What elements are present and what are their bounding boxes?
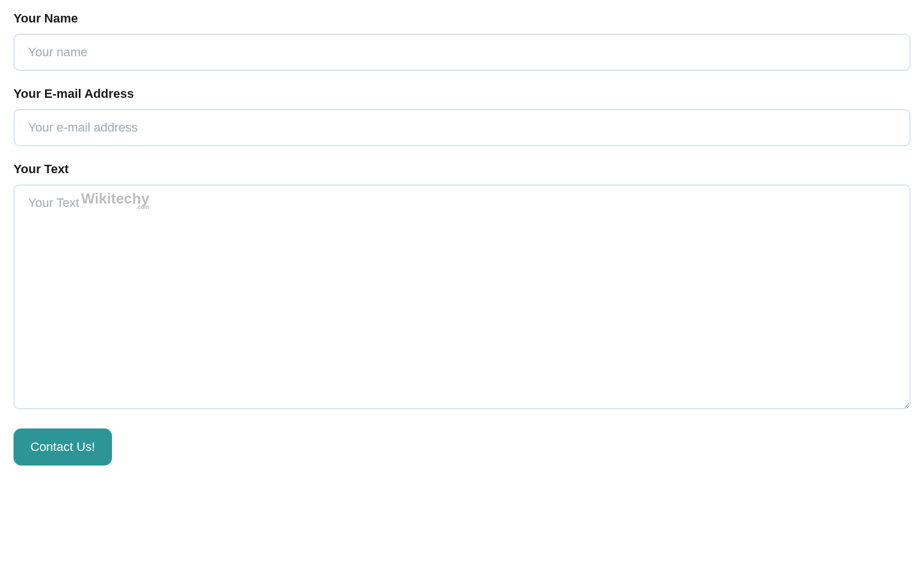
text-label: Your Text	[14, 162, 910, 177]
text-field-group: Your Text Wikitechy .com	[14, 162, 910, 412]
name-input[interactable]	[14, 34, 910, 71]
email-field-group: Your E-mail Address	[14, 87, 910, 146]
text-textarea[interactable]	[14, 184, 910, 409]
email-label: Your E-mail Address	[14, 87, 910, 101]
name-label: Your Name	[14, 11, 910, 26]
name-field-group: Your Name	[14, 11, 910, 71]
email-input[interactable]	[14, 109, 910, 146]
submit-button[interactable]: Contact Us!	[14, 428, 112, 466]
contact-form: Your Name Your E-mail Address Your Text …	[14, 11, 910, 466]
